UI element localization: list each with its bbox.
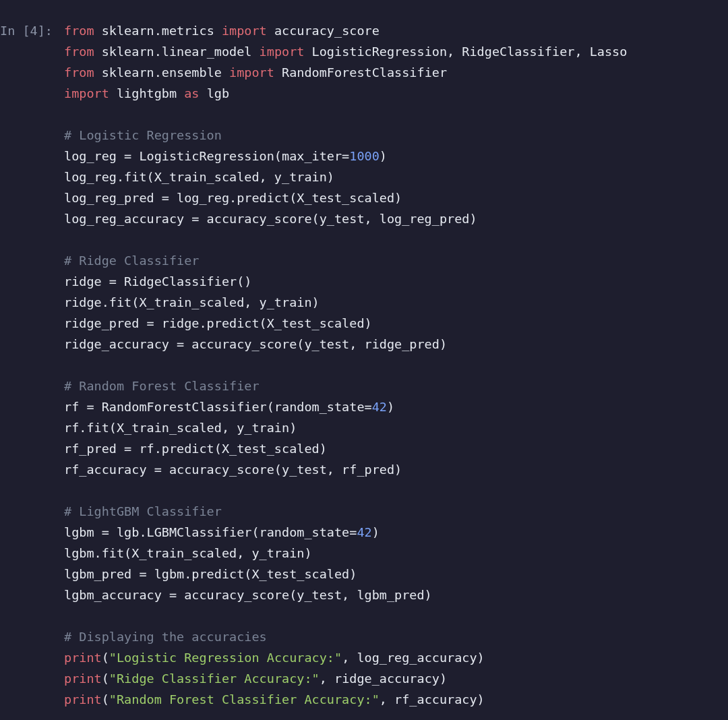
code-line[interactable] [64, 480, 728, 501]
code-line[interactable]: log_reg.fit(X_train_scaled, y_train) [64, 167, 728, 187]
code-token: ) [380, 149, 387, 163]
code-token: print [64, 671, 102, 686]
code-line[interactable]: # Logistic Regression [64, 125, 728, 146]
code-line[interactable]: rf.fit(X_train_scaled, y_train) [64, 417, 728, 438]
code-line[interactable]: # Displaying the accuracies [64, 626, 728, 647]
code-token: import [260, 44, 305, 59]
code-line[interactable]: rf_accuracy = accuracy_score(y_test, rf_… [64, 459, 728, 480]
code-token: 42 [357, 525, 371, 539]
code-line[interactable]: log_reg_pred = log_reg.predict(X_test_sc… [64, 187, 728, 208]
code-token: sklearn.ensemble [94, 65, 229, 80]
code-token: RandomForestClassifier [274, 65, 447, 80]
code-token: 1000 [349, 149, 380, 163]
code-input-area[interactable]: from sklearn.metrics import accuracy_sco… [64, 20, 728, 710]
code-token: ridge_accuracy = accuracy_score(y_test, … [64, 337, 447, 351]
code-token: as [184, 86, 199, 100]
code-line[interactable]: rf_pred = rf.predict(X_test_scaled) [64, 438, 728, 459]
cell-prompt: In [4]: [0, 20, 64, 41]
code-line[interactable]: lgbm_pred = lgbm.predict(X_test_scaled) [64, 564, 728, 584]
code-line[interactable]: print("Logistic Regression Accuracy:", l… [64, 647, 728, 668]
code-line[interactable]: from sklearn.metrics import accuracy_sco… [64, 20, 728, 41]
code-line[interactable]: rf = RandomForestClassifier(random_state… [64, 396, 728, 417]
code-line[interactable]: ridge = RidgeClassifier() [64, 271, 728, 292]
code-line[interactable]: ridge_accuracy = accuracy_score(y_test, … [64, 334, 728, 355]
code-token: ridge = RidgeClassifier() [64, 274, 251, 289]
code-line[interactable] [64, 229, 728, 250]
code-token: print [64, 651, 102, 665]
code-token: import [64, 86, 109, 100]
code-line[interactable] [64, 355, 728, 376]
code-token: from [64, 65, 94, 80]
code-token: accuracy_score [267, 24, 380, 38]
code-cell: In [4]: from sklearn.metrics import accu… [0, 0, 728, 710]
code-token: # Ridge Classifier [64, 253, 199, 268]
code-token: ( [102, 671, 109, 686]
code-token: # Displaying the accuracies [64, 630, 267, 644]
code-token: log_reg.fit(X_train_scaled, y_train) [64, 170, 334, 184]
code-token: import [229, 65, 274, 80]
code-line[interactable]: lgbm = lgb.LGBMClassifier(random_state=4… [64, 522, 728, 543]
code-token: , log_reg_accuracy) [342, 651, 485, 665]
code-line[interactable]: lgbm_accuracy = accuracy_score(y_test, l… [64, 584, 728, 605]
code-token: from [64, 24, 94, 38]
code-token: lightgbm [109, 86, 184, 100]
code-token: log_reg_pred = log_reg.predict(X_test_sc… [64, 191, 402, 205]
code-token: lgb [200, 86, 230, 100]
code-line[interactable]: ridge.fit(X_train_scaled, y_train) [64, 292, 728, 313]
code-token: from [64, 44, 94, 59]
code-line[interactable]: from sklearn.linear_model import Logisti… [64, 41, 728, 62]
code-token: "Ridge Classifier Accuracy:" [109, 671, 320, 686]
code-line[interactable]: # Ridge Classifier [64, 250, 728, 271]
code-token: log_reg_accuracy = accuracy_score(y_test… [64, 212, 477, 226]
code-line[interactable]: log_reg = LogisticRegression(max_iter=10… [64, 146, 728, 167]
code-token: print [64, 692, 102, 707]
code-line[interactable] [64, 605, 728, 626]
code-token: sklearn.linear_model [94, 44, 260, 59]
code-line[interactable]: log_reg_accuracy = accuracy_score(y_test… [64, 208, 728, 229]
code-token: "Random Forest Classifier Accuracy:" [109, 692, 380, 707]
code-token: sklearn.metrics [94, 24, 222, 38]
code-line[interactable]: ridge_pred = ridge.predict(X_test_scaled… [64, 313, 728, 334]
code-token: ) [387, 400, 394, 414]
code-token: ( [102, 692, 109, 707]
code-token: ) [372, 525, 380, 539]
code-line[interactable]: lgbm.fit(X_train_scaled, y_train) [64, 543, 728, 564]
code-line[interactable]: print("Ridge Classifier Accuracy:", ridg… [64, 668, 728, 689]
code-token: lgbm_accuracy = accuracy_score(y_test, l… [64, 588, 432, 602]
code-line[interactable]: print("Random Forest Classifier Accuracy… [64, 689, 728, 710]
code-token: rf = RandomForestClassifier(random_state… [64, 400, 372, 414]
code-token: , ridge_accuracy) [320, 671, 447, 686]
code-token: lgbm_pred = lgbm.predict(X_test_scaled) [64, 567, 357, 581]
code-token: rf_pred = rf.predict(X_test_scaled) [64, 442, 327, 456]
code-token: , rf_accuracy) [380, 692, 485, 707]
code-token: lgbm.fit(X_train_scaled, y_train) [64, 546, 312, 560]
code-token: ridge.fit(X_train_scaled, y_train) [64, 295, 320, 309]
code-token: 42 [372, 400, 387, 414]
code-token: lgbm = lgb.LGBMClassifier(random_state= [64, 525, 357, 539]
code-token: ridge_pred = ridge.predict(X_test_scaled… [64, 316, 372, 330]
code-token: log_reg = LogisticRegression(max_iter= [64, 149, 349, 163]
code-line[interactable]: # Random Forest Classifier [64, 376, 728, 396]
code-token: "Logistic Regression Accuracy:" [109, 651, 342, 665]
code-line[interactable]: import lightgbm as lgb [64, 83, 728, 104]
code-token: # Random Forest Classifier [64, 379, 260, 393]
code-token: import [222, 24, 267, 38]
code-line[interactable]: # LightGBM Classifier [64, 501, 728, 522]
code-token: # Logistic Regression [64, 128, 222, 142]
code-line[interactable] [64, 104, 728, 125]
code-token: rf.fit(X_train_scaled, y_train) [64, 421, 297, 435]
code-token: LogisticRegression, RidgeClassifier, Las… [304, 44, 627, 59]
code-token: ( [102, 651, 109, 665]
code-line[interactable]: from sklearn.ensemble import RandomFores… [64, 62, 728, 83]
code-token: rf_accuracy = accuracy_score(y_test, rf_… [64, 462, 402, 477]
code-token: # LightGBM Classifier [64, 504, 222, 518]
